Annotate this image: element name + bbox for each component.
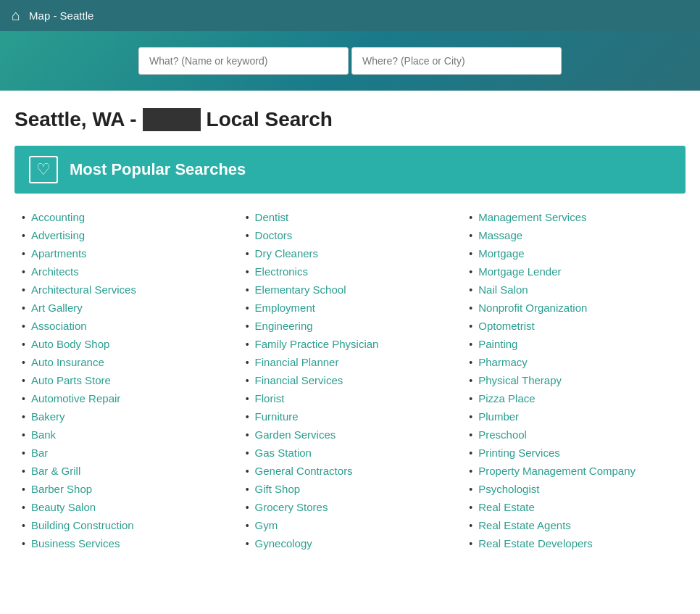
category-link-0-18[interactable]: Business Services [31, 537, 120, 549]
category-link-2-12[interactable]: Preschool [478, 428, 527, 441]
category-link-2-6[interactable]: Optometrist [478, 320, 535, 332]
list-item: Psychologist [469, 483, 678, 495]
category-link-2-2[interactable]: Mortgage [478, 247, 524, 260]
category-link-1-15[interactable]: Gift Shop [255, 483, 301, 495]
list-item: Massage [469, 229, 678, 241]
category-link-2-16[interactable]: Real Estate [478, 501, 535, 513]
list-item: Building Construction [22, 519, 231, 531]
category-link-1-10[interactable]: Florist [255, 392, 285, 405]
list-item: Advertising [22, 229, 231, 241]
category-link-2-11[interactable]: Plumber [478, 410, 519, 423]
category-link-2-14[interactable]: Property Management Company [478, 465, 636, 477]
category-link-2-8[interactable]: Pharmacy [478, 356, 528, 368]
category-link-2-15[interactable]: Psychologist [478, 483, 539, 495]
category-link-0-6[interactable]: Association [31, 320, 87, 332]
category-link-1-14[interactable]: General Contractors [255, 465, 353, 477]
category-link-0-16[interactable]: Beauty Salon [31, 501, 96, 513]
list-item: Real Estate Agents [469, 519, 678, 531]
category-link-1-6[interactable]: Engineering [255, 320, 313, 332]
popular-header: ♡ Most Popular Searches [14, 146, 686, 194]
category-link-1-4[interactable]: Elementary School [255, 283, 346, 296]
category-link-2-4[interactable]: Nail Salon [478, 283, 528, 296]
category-link-0-15[interactable]: Barber Shop [31, 483, 92, 495]
list-item: Auto Insurance [22, 356, 231, 368]
category-link-1-16[interactable]: Grocery Stores [255, 501, 328, 513]
category-link-2-5[interactable]: Nonprofit Organization [478, 302, 587, 314]
category-link-1-9[interactable]: Financial Services [255, 374, 343, 386]
category-link-1-3[interactable]: Electronics [255, 265, 308, 278]
list-item: Auto Body Shop [22, 338, 231, 350]
popular-title: Most Popular Searches [70, 160, 246, 179]
category-link-0-1[interactable]: Advertising [31, 229, 85, 241]
category-link-1-8[interactable]: Financial Planner [255, 356, 339, 368]
top-nav: ⌂ Map - Seattle [0, 0, 700, 31]
list-item: Art Gallery [22, 302, 231, 314]
category-link-2-18[interactable]: Real Estate Developers [478, 537, 593, 549]
category-link-2-17[interactable]: Real Estate Agents [478, 519, 571, 531]
list-item: Physical Therapy [469, 374, 678, 386]
category-link-0-14[interactable]: Bar & Grill [31, 465, 80, 477]
category-link-0-7[interactable]: Auto Body Shop [31, 338, 109, 350]
heading-suffix: Local Search [207, 108, 333, 131]
category-link-0-10[interactable]: Automotive Repair [31, 392, 120, 405]
category-link-2-0[interactable]: Management Services [478, 211, 586, 223]
category-link-0-12[interactable]: Bank [31, 428, 56, 441]
list-item: Nonprofit Organization [469, 302, 678, 314]
list-item: Association [22, 320, 231, 332]
category-link-1-1[interactable]: Doctors [255, 229, 293, 241]
category-link-2-10[interactable]: Pizza Place [478, 392, 535, 405]
list-item: Architectural Services [22, 283, 231, 296]
category-link-0-2[interactable]: Apartments [31, 247, 87, 260]
category-link-1-18[interactable]: Gynecology [255, 537, 312, 549]
category-link-1-13[interactable]: Gas Station [255, 447, 312, 459]
list-item: Bar & Grill [22, 465, 231, 477]
home-icon[interactable]: ⌂ [12, 7, 20, 24]
list-item: Barber Shop [22, 483, 231, 495]
list-item: Real Estate [469, 501, 678, 513]
list-item: Auto Parts Store [22, 374, 231, 386]
list-item: Bakery [22, 410, 231, 423]
list-item: Automotive Repair [22, 392, 231, 405]
category-link-0-13[interactable]: Bar [31, 447, 48, 459]
page-content: Seattle, WA - Local Search ♡ Most Popula… [0, 91, 700, 570]
list-item: Financial Planner [246, 356, 455, 368]
list-item: Gift Shop [246, 483, 455, 495]
list-item: Dentist [246, 211, 455, 223]
page-heading: Seattle, WA - Local Search [14, 108, 686, 131]
where-search-input[interactable] [351, 47, 562, 75]
list-item: Pizza Place [469, 392, 678, 405]
list-item: Painting [469, 338, 678, 350]
category-link-0-0[interactable]: Accounting [31, 211, 85, 223]
list-item: Grocery Stores [246, 501, 455, 513]
category-link-1-2[interactable]: Dry Cleaners [255, 247, 319, 260]
category-link-0-8[interactable]: Auto Insurance [31, 356, 104, 368]
category-link-1-12[interactable]: Garden Services [255, 428, 336, 441]
category-link-0-5[interactable]: Art Gallery [31, 302, 83, 314]
category-link-2-9[interactable]: Physical Therapy [478, 374, 562, 386]
category-link-2-13[interactable]: Printing Services [478, 447, 560, 459]
list-item: Elementary School [246, 283, 455, 296]
category-link-0-17[interactable]: Building Construction [31, 519, 134, 531]
heart-icon: ♡ [29, 156, 58, 183]
list-item: Property Management Company [469, 465, 678, 477]
category-link-1-0[interactable]: Dentist [255, 211, 289, 223]
category-link-2-3[interactable]: Mortgage Lender [478, 265, 561, 278]
category-link-0-11[interactable]: Bakery [31, 410, 65, 423]
what-search-input[interactable] [138, 47, 349, 75]
category-column-0: AccountingAdvertisingApartmentsArchitect… [14, 211, 238, 555]
category-link-1-11[interactable]: Furniture [255, 410, 299, 423]
list-item: Bank [22, 428, 231, 441]
list-item: Preschool [469, 428, 678, 441]
category-link-2-1[interactable]: Massage [478, 229, 522, 241]
category-link-0-9[interactable]: Auto Parts Store [31, 374, 111, 386]
list-item: General Contractors [246, 465, 455, 477]
list-item: Electronics [246, 265, 455, 278]
category-link-1-7[interactable]: Family Practice Physician [255, 338, 379, 350]
category-link-0-3[interactable]: Architects [31, 265, 79, 278]
category-link-0-4[interactable]: Architectural Services [31, 283, 136, 296]
category-link-1-5[interactable]: Employment [255, 302, 315, 314]
list-item: Nail Salon [469, 283, 678, 296]
category-link-1-17[interactable]: Gym [255, 519, 278, 531]
category-link-2-7[interactable]: Painting [478, 338, 517, 350]
list-item: Optometrist [469, 320, 678, 332]
